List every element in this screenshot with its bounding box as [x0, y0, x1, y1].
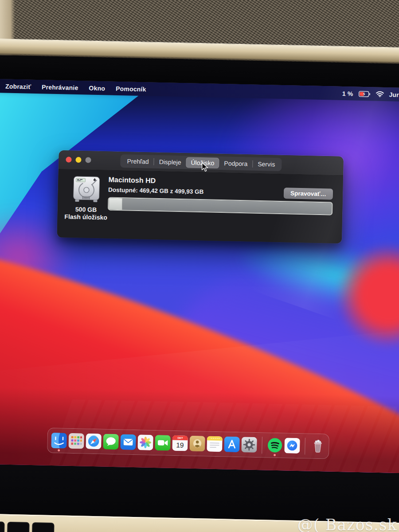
zoom-button-disabled [85, 157, 91, 163]
calendar-day: 19 [176, 441, 184, 449]
menu-item-prehravanie[interactable]: Prehrávanie [42, 83, 78, 91]
battery-icon[interactable] [358, 90, 370, 97]
dock-spotify-icon[interactable] [267, 438, 283, 454]
traffic-lights [66, 156, 91, 163]
macos-screen: Zobraziť Prehrávanie Okno Pomocník 1 % [0, 78, 399, 473]
dock-trash-icon[interactable] [310, 438, 326, 454]
menu-item-zobrazit[interactable]: Zobraziť [5, 82, 31, 90]
storage-bar-used [109, 198, 123, 210]
keyboard-key [33, 523, 54, 532]
bazos-watermark: @( Bazos.sk [297, 516, 397, 532]
dock-divider [262, 437, 262, 454]
tab-podpora[interactable]: Podpora [219, 158, 252, 169]
dock-finder-icon[interactable] [51, 433, 67, 449]
dock-notes-icon[interactable] [207, 436, 223, 452]
dock-safari-icon[interactable] [86, 434, 102, 450]
close-button[interactable] [66, 156, 71, 162]
dock-divider [305, 438, 305, 454]
spotify-running-dot [274, 454, 276, 456]
big-sur-wallpaper [0, 78, 399, 473]
dock-app-store-icon[interactable] [224, 436, 240, 452]
minimize-button[interactable] [75, 157, 81, 163]
screen-bezel-bottom [0, 464, 399, 523]
menu-item-pomocnik[interactable]: Pomocník [116, 85, 146, 92]
dock-contacts-icon[interactable] [189, 436, 205, 452]
dock-mail-icon[interactable] [120, 434, 136, 450]
storage-pane: 500 GB Flash úložisko Macintosh HD Dostu… [57, 169, 343, 243]
finder-running-dot [58, 449, 60, 451]
calendar-month: OKT [177, 437, 183, 439]
keyboard-key [0, 522, 4, 532]
tab-displeje[interactable]: Displeje [154, 156, 186, 168]
about-this-mac-window: Prehľad Displeje Úložisko Podpora Servis [57, 150, 344, 243]
user-name-label[interactable]: Jura [389, 91, 399, 98]
mouse-cursor-icon [201, 162, 209, 174]
drive-capacity-label: 500 GB [64, 205, 108, 213]
keyboard-key [8, 523, 29, 532]
dock-launchpad-icon[interactable] [68, 433, 84, 449]
tab-prehlad[interactable]: Prehľad [122, 156, 154, 167]
battery-percent-label: 1 % [342, 90, 353, 98]
dock-calendar-icon[interactable]: OKT 19 [172, 435, 188, 451]
tab-servis[interactable]: Servis [253, 159, 280, 170]
macbook: Zobraziť Prehrávanie Okno Pomocník 1 % [0, 38, 399, 532]
dock-messages-icon[interactable] [103, 434, 119, 450]
wifi-icon[interactable] [376, 91, 383, 97]
dock-system-preferences-icon[interactable] [241, 437, 257, 453]
dock-facetime-icon[interactable] [155, 435, 171, 451]
drive-type-label: Flash úložisko [64, 213, 108, 221]
hard-drive-icon [71, 196, 101, 204]
status-tray: 1 % [342, 90, 399, 98]
dock-photos-icon[interactable] [137, 434, 153, 450]
dock-messenger-icon[interactable] [284, 438, 300, 454]
menu-item-okno[interactable]: Okno [89, 84, 105, 92]
photo-of-laptop: Zobraziť Prehrávanie Okno Pomocník 1 % [0, 0, 399, 532]
manage-button[interactable]: Spravovať… [284, 188, 333, 200]
storage-bar [108, 197, 333, 215]
